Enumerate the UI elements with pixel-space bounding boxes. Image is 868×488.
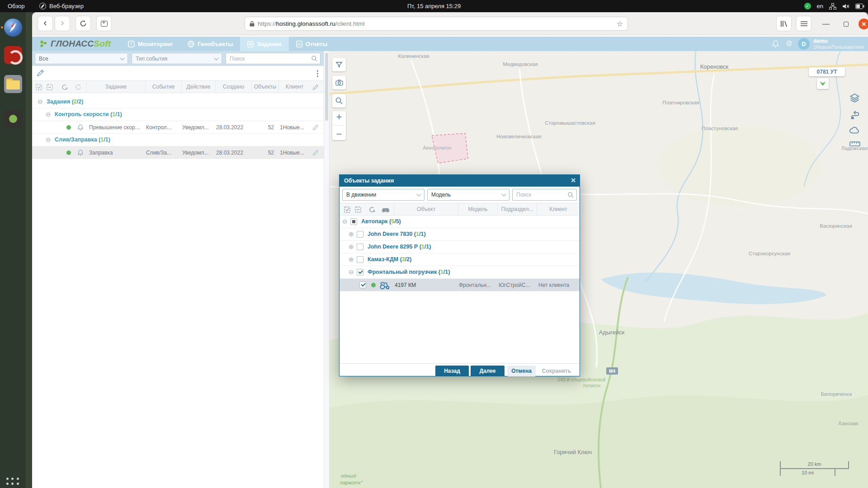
col-model[interactable]: Модель	[458, 203, 497, 215]
task-row[interactable]: Заправка Слив/За... Уведомл... 28.03.202…	[32, 146, 324, 159]
show-applications-button[interactable]	[6, 478, 20, 488]
dock-app-icon[interactable]	[4, 46, 22, 64]
task-group-row[interactable]: ⊖ Слив/Заправка11	[32, 134, 324, 146]
auto-refresh-icon[interactable]	[75, 84, 82, 91]
select-all-icon[interactable]	[36, 84, 44, 90]
fleet-group-row[interactable]: ⊖ Фронтальный погрузчик11	[340, 266, 580, 279]
checkbox-checked[interactable]	[359, 282, 366, 288]
filter-event-type-select[interactable]: Тип события	[132, 53, 222, 64]
select-all-icon[interactable]	[344, 206, 352, 213]
checkbox[interactable]	[357, 256, 363, 263]
keyboard-layout-indicator[interactable]: en	[817, 3, 823, 9]
zoom-out-button[interactable]: −	[336, 131, 342, 137]
collapse-icon[interactable]: ⊖	[342, 218, 348, 225]
collapse-icon[interactable]: ⊖	[46, 136, 51, 143]
col-client[interactable]: Клиент	[278, 81, 310, 93]
tasks-search-input[interactable]	[230, 56, 308, 62]
expand-icon[interactable]: ⊕	[349, 230, 354, 238]
task-name[interactable]: Заправка	[89, 150, 143, 156]
fleet-group-row[interactable]: ⊖ Автопарк55	[340, 216, 580, 228]
dock-web-browser-icon[interactable]	[4, 19, 22, 37]
collapse-icon[interactable]: ⊖	[38, 98, 43, 105]
col-event[interactable]: Событие	[145, 81, 181, 93]
clock[interactable]: Пт, 15 апреля 15:29	[403, 0, 465, 12]
glonasssoft-logo[interactable]: ГЛОНАССSoft	[38, 37, 111, 51]
modal-search[interactable]	[512, 189, 577, 201]
col-division[interactable]: Подраздел...	[497, 203, 537, 215]
settings-gear-icon[interactable]: ⚙	[786, 39, 793, 48]
group-label[interactable]: Фронтальный погрузчик11	[368, 269, 450, 275]
col-created[interactable]: Создано	[215, 81, 251, 93]
refresh-icon[interactable]	[368, 206, 376, 213]
weather-icon[interactable]	[849, 125, 860, 134]
bookmark-star-icon[interactable]: ☆	[617, 19, 623, 28]
vehicle-filter-icon[interactable]	[381, 207, 390, 213]
url-bar[interactable]: https://hosting.glonasssoft.ru/client.ht…	[245, 17, 628, 31]
reload-button[interactable]	[75, 16, 91, 31]
map-snapshot-button[interactable]	[332, 76, 346, 89]
vehicle-name[interactable]: 4197 КМ	[395, 282, 456, 288]
vehicle-marker[interactable]	[817, 78, 829, 89]
col-task[interactable]: Задание	[86, 81, 145, 93]
vehicle-marker-label[interactable]: 0781 УТ	[809, 67, 845, 76]
map-search-button[interactable]	[332, 94, 346, 108]
more-options-icon[interactable]	[317, 70, 319, 77]
minimize-button[interactable]: —	[821, 19, 831, 29]
col-action[interactable]: Действие	[181, 81, 215, 93]
nav-tasks[interactable]: Задания	[240, 37, 288, 51]
nav-monitoring[interactable]: Мониторинг	[121, 37, 180, 51]
save-button[interactable]: Сохранить	[538, 366, 575, 376]
ruler-icon[interactable]	[849, 140, 860, 147]
scrollbar-thumb[interactable]	[325, 53, 328, 121]
collapse-icon[interactable]: ⊖	[46, 111, 51, 118]
deselect-all-icon[interactable]	[355, 206, 363, 213]
panel-scrollbar[interactable]	[324, 51, 330, 488]
col-client[interactable]: Клиент	[537, 203, 580, 215]
group-label[interactable]: John Deere 783011	[368, 231, 426, 237]
close-button[interactable]: ✕	[859, 19, 868, 29]
tasks-search[interactable]	[226, 53, 321, 64]
notifications-bell-icon[interactable]	[772, 40, 779, 48]
menu-button[interactable]	[796, 16, 811, 31]
edit-pencil-icon[interactable]	[37, 69, 44, 77]
refresh-icon[interactable]	[61, 84, 68, 91]
col-objects[interactable]: Объекты	[251, 81, 278, 93]
checkbox[interactable]	[357, 244, 363, 250]
forward-button[interactable]	[55, 16, 70, 31]
filter-category-select[interactable]: Все	[35, 53, 128, 64]
fleet-group-row[interactable]: ⊕ John Deere 783011	[340, 228, 580, 241]
deselect-all-icon[interactable]	[47, 84, 55, 90]
battery-icon[interactable]	[855, 4, 864, 9]
cancel-button[interactable]: Отмена	[507, 366, 536, 376]
edit-task-icon[interactable]	[312, 150, 319, 156]
close-icon[interactable]: ✕	[571, 177, 576, 184]
task-group-row[interactable]: ⊖ Задания22	[32, 96, 324, 108]
group-label[interactable]: Контроль скорости11	[55, 111, 122, 117]
new-tab-button[interactable]	[96, 16, 112, 31]
checkbox[interactable]	[350, 218, 357, 225]
modal-model-select[interactable]: Модель	[427, 189, 509, 201]
group-label[interactable]: Слив/Заправка11	[55, 136, 110, 143]
active-app-menu[interactable]: Веб-браузер	[35, 0, 88, 12]
modal-title-bar[interactable]: Объекты задания ✕	[340, 175, 580, 187]
restore-button[interactable]	[840, 19, 851, 29]
col-object[interactable]: Объект	[394, 203, 458, 215]
dock-files-icon[interactable]	[4, 75, 22, 93]
task-row[interactable]: Превышение скорости Контрол... Уведомл..…	[32, 121, 324, 134]
edit-column-icon[interactable]	[312, 84, 319, 90]
expand-icon[interactable]: ⊕	[349, 243, 354, 250]
map-filter-button[interactable]	[332, 58, 346, 71]
fleet-group-row[interactable]: ⊕ John Deere 8295 P11	[340, 241, 580, 253]
dock-software-icon[interactable]	[4, 110, 22, 128]
layers-icon[interactable]	[849, 93, 860, 103]
task-group-row[interactable]: ⊖ Контроль скорости11	[32, 108, 324, 121]
zoom-in-button[interactable]: +	[336, 114, 342, 120]
collapse-icon[interactable]: ⊖	[349, 268, 354, 276]
back-button[interactable]	[38, 16, 53, 31]
activities-button[interactable]: Обзор	[4, 0, 29, 12]
nav-reports[interactable]: Отчеты	[289, 37, 335, 51]
nav-geoobjects[interactable]: Геообъекты	[180, 37, 240, 51]
task-name[interactable]: Превышение скорости	[89, 124, 143, 131]
back-button[interactable]: Назад	[435, 366, 469, 376]
expand-icon[interactable]: ⊕	[349, 256, 354, 263]
